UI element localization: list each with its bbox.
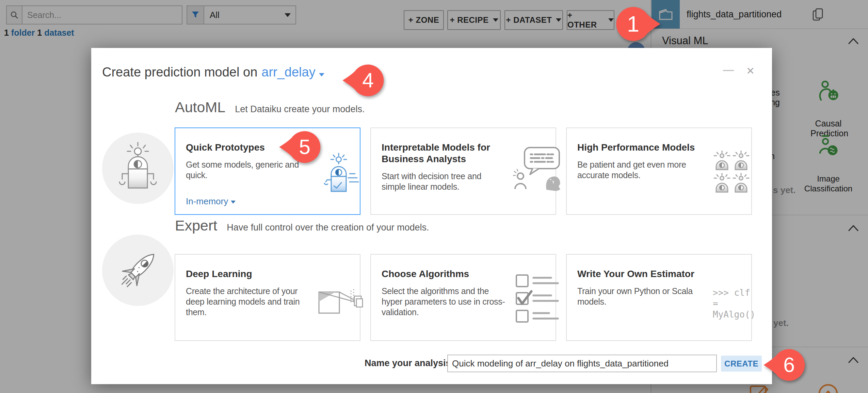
backend-selector-link[interactable]: In-memory <box>186 196 236 207</box>
svg-text:1: 1 <box>627 12 639 36</box>
chevron-down-icon <box>319 73 324 76</box>
card-title: Quick Prototypes <box>186 142 265 153</box>
card-title: Interpretable Models for Business Analys… <box>382 142 490 165</box>
dialog-title: Create prediction model onarr_delay <box>102 65 324 80</box>
expert-subtitle: Have full control over the creation of y… <box>227 222 429 233</box>
create-prediction-model-dialog: Create prediction model onarr_delay — ✕ … <box>91 48 772 384</box>
card-description: Select the algorithms and the hyper para… <box>382 286 525 318</box>
backend-selector-label: In-memory <box>186 196 228 206</box>
code-snippet: >>> clf = MyAlgo() <box>713 287 755 320</box>
deep-learning-network-icon <box>318 283 363 317</box>
automl-subtitle: Let Dataiku create your models. <box>235 104 365 115</box>
svg-text:4: 4 <box>362 69 374 92</box>
automl-section-header: AutoML Let Dataiku create your models. <box>175 99 365 116</box>
card-description: Start with decision tree and simple line… <box>382 171 518 192</box>
card-choose-algorithms[interactable]: Choose Algorithms Select the algorithms … <box>370 254 556 341</box>
card-title: Deep Learning <box>186 268 252 280</box>
expert-heading: Expert <box>175 217 217 234</box>
card-description: Train your own Python or Scala models. <box>577 286 713 307</box>
card-description: Create the architecture of your deep lea… <box>186 286 329 318</box>
card-high-performance[interactable]: High Performance Models Be patient and g… <box>566 127 752 215</box>
card-interpretable-models[interactable]: Interpretable Models for Business Analys… <box>370 127 556 215</box>
automl-heading: AutoML <box>175 99 225 116</box>
expert-section-header: Expert Have full control over the creati… <box>175 217 429 234</box>
card-title: High Performance Models <box>577 142 695 153</box>
card-write-estimator[interactable]: Write Your Own Estimator Train your own … <box>566 254 752 341</box>
close-icon[interactable]: ✕ <box>746 65 755 77</box>
business-analysts-chat-icon <box>513 147 561 193</box>
card-deep-learning[interactable]: Deep Learning Create the architecture of… <box>175 254 360 341</box>
minimize-button[interactable]: — <box>723 64 734 76</box>
callout-marker-1: 1 <box>613 3 664 45</box>
target-column-dropdown[interactable]: arr_delay <box>261 65 315 79</box>
card-description: Be patient and get even more accurate mo… <box>577 159 713 181</box>
quick-prototypes-robot-icon <box>324 153 359 197</box>
analysis-name-input[interactable] <box>447 355 717 372</box>
callout-marker-5: 5 <box>276 127 324 167</box>
robot-crowd-icon <box>713 151 752 194</box>
card-title: Write Your Own Estimator <box>577 268 694 280</box>
analysis-name-label: Name your analysis <box>365 358 451 369</box>
checklist-icon <box>516 274 559 326</box>
card-title: Choose Algorithms <box>382 268 469 280</box>
callout-marker-4: 4 <box>339 61 387 100</box>
expert-rocket-illustration <box>102 235 174 306</box>
dialog-title-prefix: Create prediction model on <box>102 65 257 79</box>
chevron-down-icon <box>231 201 236 204</box>
svg-text:5: 5 <box>299 136 310 159</box>
callout-marker-6: 6 <box>760 345 808 385</box>
automl-robot-illustration <box>102 133 174 204</box>
svg-text:6: 6 <box>783 354 795 377</box>
card-quick-prototypes[interactable]: Quick Prototypes Get some models, generi… <box>175 127 360 215</box>
create-button[interactable]: CREATE <box>721 356 762 372</box>
